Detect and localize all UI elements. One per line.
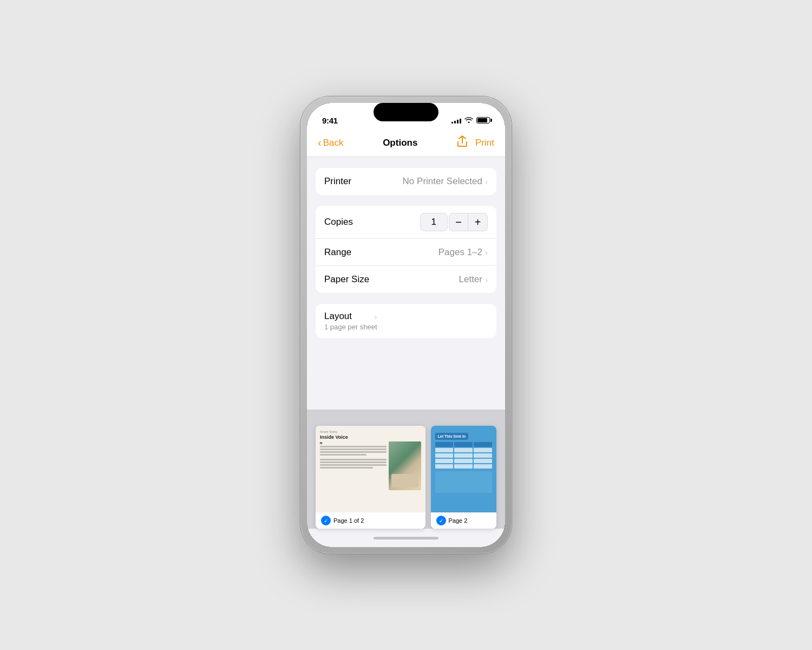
page-2-label: Page 2: [449, 517, 468, 524]
status-time: 9:41: [322, 116, 338, 125]
range-row[interactable]: Range Pages 1–2 ›: [316, 239, 496, 266]
home-indicator: [307, 529, 505, 547]
phone-frame: 9:41: [300, 96, 512, 554]
page-1-content: Simple Styling Inside Voice N: [316, 426, 425, 512]
printer-value: No Printer Selected ›: [403, 176, 488, 187]
preview-section: Simple Styling Inside Voice N: [307, 410, 505, 529]
check-icon: ✓: [321, 516, 331, 525]
increment-button[interactable]: +: [468, 213, 488, 231]
layout-sublabel: 1 page per sheet: [324, 323, 377, 331]
range-value: Pages 1–2 ›: [438, 247, 488, 258]
printer-group: Printer No Printer Selected ›: [316, 168, 496, 195]
print-button[interactable]: Print: [475, 138, 494, 148]
layout-label: Layout: [324, 311, 352, 322]
battery-fill: [477, 118, 487, 122]
blue-table: [435, 442, 493, 469]
phone-inner: 9:41: [307, 103, 505, 547]
status-bar: 9:41: [307, 103, 505, 130]
page-2-preview[interactable]: Let This Sink In: [431, 426, 497, 529]
wifi-icon: [464, 116, 473, 125]
printer-row[interactable]: Printer No Printer Selected ›: [316, 168, 496, 195]
page-1-label: Page 1 of 2: [333, 517, 364, 524]
printer-label: Printer: [324, 176, 351, 187]
chevron-right-icon: ›: [485, 275, 488, 284]
page-1-preview[interactable]: Simple Styling Inside Voice N: [316, 426, 425, 529]
range-value-text: Pages 1–2: [438, 247, 482, 258]
page-2-content: Let This Sink In: [431, 426, 497, 512]
scroll-content: Printer No Printer Selected › Copies 1: [307, 157, 505, 410]
copies-label: Copies: [324, 217, 353, 227]
layout-row-header: Layout ›: [324, 311, 377, 322]
nav-right-actions: Print: [457, 135, 494, 150]
battery-icon: [476, 117, 490, 123]
home-bar: [374, 537, 438, 540]
printer-value-text: No Printer Selected: [403, 176, 482, 187]
nav-bar: ‹ Back Options Print: [307, 130, 505, 157]
layout-group: Layout › 1 page per sheet: [316, 304, 496, 338]
decrement-button[interactable]: −: [449, 213, 468, 231]
chevron-right-icon: ›: [485, 177, 488, 186]
check-icon: ✓: [436, 516, 446, 525]
back-button[interactable]: ‹ Back: [318, 138, 343, 148]
magazine-preview: Simple Styling Inside Voice N: [316, 426, 425, 512]
paper-size-value: Letter ›: [459, 274, 488, 285]
magazine-image: [389, 441, 421, 490]
paper-size-label: Paper Size: [324, 274, 369, 285]
copies-row: Copies 1 − +: [316, 206, 496, 239]
copies-value: 1: [420, 213, 448, 231]
chevron-left-icon: ‹: [318, 137, 322, 148]
chevron-right-icon: ›: [375, 312, 377, 321]
layout-row[interactable]: Layout › 1 page per sheet: [316, 304, 496, 338]
signal-icon: [451, 117, 461, 123]
back-label: Back: [323, 138, 344, 148]
status-icons: [451, 116, 490, 125]
camera-notch: [374, 103, 438, 121]
copies-stepper: 1 − +: [420, 213, 488, 231]
chevron-right-icon: ›: [485, 248, 488, 257]
screen: 9:41: [307, 103, 505, 547]
paper-size-row[interactable]: Paper Size Letter ›: [316, 266, 496, 293]
share-icon[interactable]: [457, 135, 468, 150]
range-label: Range: [324, 247, 351, 258]
page-title: Options: [383, 138, 417, 148]
options-group: Copies 1 − + Range Pages 1–2 ›: [316, 206, 496, 293]
blue-preview: Let This Sink In: [431, 426, 497, 512]
page-1-indicator: ✓ Page 1 of 2: [316, 512, 425, 529]
page-2-indicator: ✓ Page 2: [431, 512, 497, 529]
paper-size-value-text: Letter: [459, 274, 482, 285]
